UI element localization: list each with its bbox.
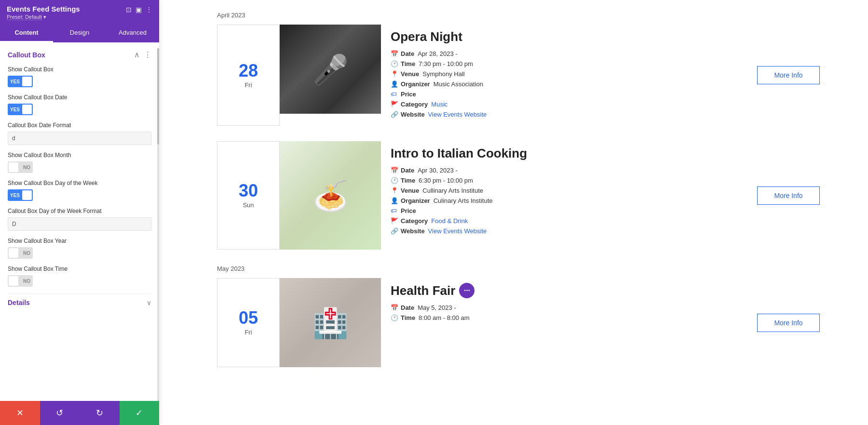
toggle-show-callout-box[interactable]: YES <box>8 76 33 87</box>
more-info-button-cooking[interactable]: More Info <box>757 186 820 205</box>
setting-show-callout-box-month: Show Callout Box Month NO <box>8 152 151 173</box>
purple-dot-health: ··· <box>459 283 475 298</box>
sidebar: Events Feed Settings Preset: Default ▾ ⊡… <box>0 0 159 425</box>
setting-show-callout-box-date: Show Callout Box Date YES <box>8 94 151 115</box>
clock-icon: 🕐 <box>391 314 398 321</box>
tab-content[interactable]: Content <box>0 24 53 42</box>
location-icon: 📍 <box>391 70 398 78</box>
layout-icon[interactable]: ▣ <box>136 6 142 13</box>
sidebar-tabs: Content Design Advanced <box>0 24 159 42</box>
calendar-icon: 📅 <box>391 50 398 57</box>
details-section-title: Details <box>8 299 30 306</box>
month-section-april: April 2023 28 Fri Opera Night 📅 Date Apr… <box>217 12 839 250</box>
more-info-button-health[interactable]: More Info <box>757 314 820 332</box>
meta-organizer-opera: 👤 Organizer Music Association <box>391 80 738 88</box>
meta-category-cooking: 🚩 Category Food & Drink <box>391 217 738 225</box>
callout-box-date-format-input[interactable] <box>8 132 151 145</box>
setting-label: Show Callout Box Time <box>8 266 151 272</box>
website-link-opera[interactable]: View Events Website <box>428 111 487 118</box>
sidebar-content: Callout Box ∧ ⋮ Show Callout Box YES Sho… <box>0 42 159 401</box>
callout-day-health: 05 <box>239 309 258 327</box>
event-image-cooking <box>280 141 381 250</box>
toggle-show-callout-box-year[interactable]: NO <box>8 247 33 259</box>
meta-date-health: 📅 Date May 5, 2023 - <box>391 304 738 311</box>
setting-label: Show Callout Box Date <box>8 94 151 101</box>
setting-label: Show Callout Box Day of the Week <box>8 180 151 186</box>
details-expand-icon[interactable]: ∨ <box>147 299 151 306</box>
toggle-show-callout-box-month[interactable]: NO <box>8 161 33 173</box>
redo-button[interactable]: ↻ <box>80 401 120 425</box>
meta-category-opera: 🚩 Category Music <box>391 101 738 108</box>
setting-show-callout-box-dow: Show Callout Box Day of the Week YES <box>8 180 151 201</box>
meta-organizer-cooking: 👤 Organizer Culinary Arts Institute <box>391 197 738 204</box>
meta-website-cooking: 🔗 Website View Events Website <box>391 227 738 235</box>
scrollbar-track <box>157 48 159 401</box>
category-link-opera[interactable]: Music <box>431 101 448 108</box>
confirm-button[interactable]: ✓ <box>120 401 160 425</box>
setting-show-callout-box-year: Show Callout Box Year NO <box>8 238 151 259</box>
sidebar-preset[interactable]: Preset: Default ▾ <box>7 14 80 20</box>
callout-dow-health: Fri <box>244 329 252 336</box>
website-icon: 🔗 <box>391 227 398 235</box>
more-info-button-opera[interactable]: More Info <box>757 66 820 84</box>
cancel-button[interactable]: ✕ <box>0 401 40 425</box>
clock-icon: 🕐 <box>391 60 398 67</box>
calendar-icon: 📅 <box>391 304 398 311</box>
callout-box-cooking: 30 Sun <box>217 141 280 250</box>
section-title: Callout Box <box>8 51 45 59</box>
category-icon: 🚩 <box>391 217 398 225</box>
tab-advanced[interactable]: Advanced <box>106 24 159 42</box>
sidebar-title: Events Feed Settings <box>7 5 80 13</box>
setting-label: Callout Box Day of the Week Format <box>8 208 151 214</box>
undo-button[interactable]: ↺ <box>40 401 80 425</box>
organizer-icon: 👤 <box>391 197 398 204</box>
scrollbar-thumb[interactable] <box>157 48 159 145</box>
website-icon: 🔗 <box>391 111 398 118</box>
event-details-opera: Opera Night 📅 Date Apr 28, 2023 - 🕐 Time… <box>381 25 747 126</box>
meta-time-health: 🕐 Time 8:00 am - 8:00 am <box>391 314 738 321</box>
meta-price-cooking: 🏷 Price <box>391 207 738 214</box>
clock-icon: 🕐 <box>391 177 398 184</box>
toggle-show-callout-box-time[interactable]: NO <box>8 275 33 287</box>
month-label-april: April 2023 <box>217 12 839 19</box>
setting-show-callout-box: Show Callout Box YES <box>8 66 151 87</box>
category-icon: 🚩 <box>391 101 398 108</box>
event-card-opera: 28 Fri Opera Night 📅 Date Apr 28, 2023 -… <box>217 25 839 126</box>
callout-box-dow-format-input[interactable] <box>8 217 151 231</box>
category-link-cooking[interactable]: Food & Drink <box>431 217 468 225</box>
callout-box-opera: 28 Fri <box>217 25 280 126</box>
meta-date-cooking: 📅 Date Apr 30, 2023 - <box>391 167 738 174</box>
price-icon: 🏷 <box>391 207 398 214</box>
event-image-opera <box>280 25 381 114</box>
sidebar-toolbar: ✕ ↺ ↻ ✓ <box>0 401 159 425</box>
callout-day-cooking: 30 <box>239 182 258 199</box>
sidebar-header-icons: ⊡ ▣ ⋮ <box>126 5 152 13</box>
meta-website-opera: 🔗 Website View Events Website <box>391 111 738 118</box>
event-image-health <box>280 278 381 367</box>
setting-callout-box-dow-format: Callout Box Day of the Week Format <box>8 208 151 231</box>
event-title-opera: Opera Night <box>391 29 738 44</box>
sidebar-header: Events Feed Settings Preset: Default ▾ ⊡… <box>0 0 159 24</box>
meta-price-opera: 🏷 Price <box>391 91 738 98</box>
event-details-cooking: Intro to Italian Cooking 📅 Date Apr 30, … <box>381 141 747 250</box>
meta-venue-cooking: 📍 Venue Cullinary Arts Institute <box>391 187 738 194</box>
event-title-health: Health Fair ··· <box>391 283 738 298</box>
more-options-icon[interactable]: ⋮ <box>146 6 152 13</box>
setting-label: Show Callout Box Month <box>8 152 151 159</box>
section-more-icon[interactable]: ⋮ <box>144 50 151 59</box>
main-content: April 2023 28 Fri Opera Night 📅 Date Apr… <box>159 0 868 425</box>
section-controls: ∧ ⋮ <box>134 50 151 59</box>
organizer-icon: 👤 <box>391 80 398 88</box>
calendar-icon: 📅 <box>391 167 398 174</box>
toggle-show-callout-box-date[interactable]: YES <box>8 104 33 115</box>
meta-date-opera: 📅 Date Apr 28, 2023 - <box>391 50 738 57</box>
callout-day-opera: 28 <box>239 62 258 80</box>
callout-dow-cooking: Sun <box>243 201 254 209</box>
callout-box-health: 05 Fri <box>217 278 280 367</box>
expand-icon[interactable]: ⊡ <box>126 6 132 13</box>
website-link-cooking[interactable]: View Events Website <box>428 227 487 235</box>
toggle-show-callout-box-dow[interactable]: YES <box>8 189 33 201</box>
meta-time-opera: 🕐 Time 7:30 pm - 10:00 pm <box>391 60 738 67</box>
tab-design[interactable]: Design <box>53 24 106 42</box>
collapse-icon[interactable]: ∧ <box>134 50 140 59</box>
